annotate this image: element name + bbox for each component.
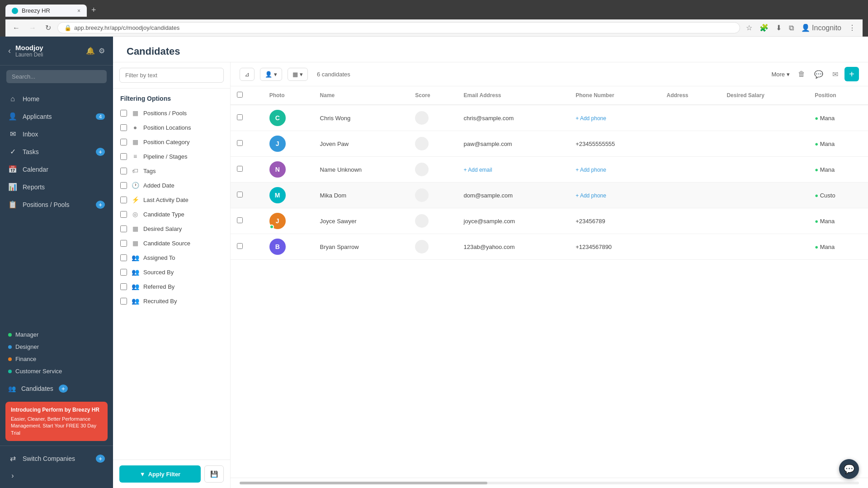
filter-checkbox-referred[interactable] xyxy=(120,283,127,290)
sidebar-back-button[interactable]: ‹ xyxy=(8,46,11,56)
filter-checkbox-tags[interactable] xyxy=(120,168,127,174)
pool-customer[interactable]: Customer Service xyxy=(8,365,105,377)
bookmark-button[interactable]: ☆ xyxy=(744,23,755,33)
settings-icon[interactable]: ⚙ xyxy=(99,47,105,55)
add-candidate-button[interactable]: + xyxy=(844,67,859,81)
filter-option-tags[interactable]: 🏷 Tags xyxy=(113,164,230,178)
delete-button[interactable]: 🗑 xyxy=(795,68,808,80)
filter-checkbox-type[interactable] xyxy=(120,211,127,218)
filter-option-type[interactable]: ◎ Candidate Type xyxy=(113,207,230,221)
forward-button[interactable]: → xyxy=(26,23,39,33)
menu-button[interactable]: ⋮ xyxy=(846,23,858,33)
nav-actions: ☆ 🧩 ⬇ ⧉ 👤 Incognito ⋮ xyxy=(744,23,858,33)
row-phone[interactable]: + Add phone xyxy=(569,157,660,183)
sidebar-item-applicants[interactable]: 👤 Applicants 4 xyxy=(0,108,113,125)
chat-button[interactable]: 💬 xyxy=(811,68,826,80)
home-icon: ⌂ xyxy=(8,95,17,103)
new-tab-button[interactable]: + xyxy=(88,4,100,17)
apply-filter-button[interactable]: ▼ Apply Filter xyxy=(119,465,201,483)
filter-option-recruited[interactable]: 👥 Recruited By xyxy=(113,294,230,308)
filter-checkbox-source[interactable] xyxy=(120,240,127,247)
row-phone[interactable]: + Add phone xyxy=(569,183,660,208)
notification-icon[interactable]: 🔔 xyxy=(86,47,95,55)
active-tab[interactable]: Breezy HR × xyxy=(5,5,87,17)
filter-checkbox-recruited[interactable] xyxy=(120,298,127,305)
select-all-checkbox[interactable] xyxy=(237,92,243,98)
sidebar-item-switch[interactable]: ⇄ Switch Companies + xyxy=(0,450,113,467)
reload-button[interactable]: ↻ xyxy=(42,23,54,33)
row-check[interactable] xyxy=(231,183,263,208)
filter-option-pipeline[interactable]: ≡ Pipeline / Stages xyxy=(113,149,230,164)
sidebar-item-scroll[interactable]: › xyxy=(0,467,113,484)
reports-icon: 📊 xyxy=(8,183,17,191)
layout-button[interactable]: ⧉ xyxy=(787,23,796,33)
table-row[interactable]: J Joyce Sawyer joyce@sample.com +2345678… xyxy=(231,208,868,234)
sidebar-item-candidates[interactable]: 👥 Candidates + xyxy=(0,380,113,397)
table-row[interactable]: B Bryan Sparrow 123ab@yahoo.com +1234567… xyxy=(231,234,868,260)
filter-option-added[interactable]: 🕐 Added Date xyxy=(113,178,230,192)
tab-close-button[interactable]: × xyxy=(77,8,80,14)
filter-option-salary[interactable]: ▦ Desired Salary xyxy=(113,221,230,236)
extensions-button[interactable]: 🧩 xyxy=(757,23,771,33)
email-button[interactable]: ✉ xyxy=(830,68,841,80)
filter-checkbox-activity[interactable] xyxy=(120,197,127,203)
table-scroll[interactable]: Photo Name Score Email Address Phone Num… xyxy=(231,86,868,478)
sidebar-item-tasks[interactable]: ✓ Tasks + xyxy=(0,143,113,160)
row-phone[interactable]: + Add phone xyxy=(569,105,660,131)
filter-checkbox-salary[interactable] xyxy=(120,225,127,232)
sidebar-item-inbox[interactable]: ✉ Inbox xyxy=(0,125,113,143)
filter-option-assigned[interactable]: 👥 Assigned To xyxy=(113,250,230,265)
col-email: Email Address xyxy=(458,86,570,105)
more-chevron-icon: ▾ xyxy=(787,71,790,78)
sidebar-item-positions[interactable]: 📋 Positions / Pools + xyxy=(0,196,113,213)
sidebar-search-input[interactable] xyxy=(6,70,107,83)
row-check[interactable] xyxy=(231,234,263,260)
pool-manager[interactable]: Manager xyxy=(8,328,105,341)
address-bar[interactable]: 🔒 app.breezy.hr/app/c/moodjoy/candidates xyxy=(57,22,740,33)
filter-option-sourced[interactable]: 👥 Sourced By xyxy=(113,265,230,279)
chat-support-button[interactable]: 💬 xyxy=(839,459,859,479)
filter-checkbox-category[interactable] xyxy=(120,139,127,145)
row-email[interactable]: + Add email xyxy=(458,157,570,183)
row-check[interactable] xyxy=(231,131,263,157)
incognito-button[interactable]: 👤 Incognito xyxy=(799,23,844,33)
row-check[interactable] xyxy=(231,105,263,131)
row-check[interactable] xyxy=(231,157,263,183)
person-view-button[interactable]: 👤 ▾ xyxy=(260,68,282,81)
candidates-table: Photo Name Score Email Address Phone Num… xyxy=(231,86,868,260)
sidebar-item-reports[interactable]: 📊 Reports xyxy=(0,178,113,196)
filter-checkbox-positions[interactable] xyxy=(120,110,127,117)
sidebar: ‹ Moodjoy Lauren Deli 🔔 ⚙ ⌂ Home 👤 xyxy=(0,37,113,488)
scroll-bar-h[interactable] xyxy=(240,482,859,484)
filter-option-category[interactable]: ▦ Position Category xyxy=(113,135,230,149)
filter-checkbox-added[interactable] xyxy=(120,182,127,189)
sidebar-promo[interactable]: Introducing Perform by Breezy HR Easier,… xyxy=(5,402,108,441)
grid-view-button[interactable]: ▦ ▾ xyxy=(288,68,308,81)
filter-button[interactable]: ⊿ xyxy=(240,68,255,81)
filter-checkbox-location[interactable] xyxy=(120,124,127,131)
sidebar-item-home[interactable]: ⌂ Home xyxy=(0,90,113,108)
filter-checkbox-sourced[interactable] xyxy=(120,269,127,276)
filter-option-source[interactable]: ▦ Candidate Source xyxy=(113,236,230,250)
filter-option-referred[interactable]: 👥 Referred By xyxy=(113,279,230,294)
table-row[interactable]: J Joven Paw paw@sample.com +23455555555 … xyxy=(231,131,868,157)
back-button[interactable]: ← xyxy=(10,23,23,33)
table-row[interactable]: M Mika Dom dom@sample.com + Add phone ● … xyxy=(231,183,868,208)
filter-text-input[interactable] xyxy=(119,68,224,83)
save-filter-button[interactable]: 💾 xyxy=(204,465,224,483)
pool-designer[interactable]: Designer xyxy=(8,341,105,353)
filter-option-activity[interactable]: ⚡ Last Activity Date xyxy=(113,192,230,207)
filter-checkbox-assigned[interactable] xyxy=(120,254,127,261)
table-row[interactable]: C Chris Wong chris@sample.com + Add phon… xyxy=(231,105,868,131)
sidebar-item-reports-label: Reports xyxy=(23,183,105,191)
filter-option-location[interactable]: ● Position Locations xyxy=(113,120,230,135)
more-button[interactable]: More ▾ xyxy=(771,71,790,78)
row-check[interactable] xyxy=(231,208,263,234)
filter-option-positions[interactable]: ▦ Positions / Pools xyxy=(113,106,230,120)
sidebar-item-calendar[interactable]: 📅 Calendar xyxy=(0,160,113,178)
filter-checkbox-pipeline[interactable] xyxy=(120,153,127,160)
row-phone: +1234567890 xyxy=(569,234,660,260)
table-row[interactable]: N Name Unknown + Add email + Add phone ●… xyxy=(231,157,868,183)
pool-finance[interactable]: Finance xyxy=(8,353,105,365)
download-button[interactable]: ⬇ xyxy=(774,23,784,33)
